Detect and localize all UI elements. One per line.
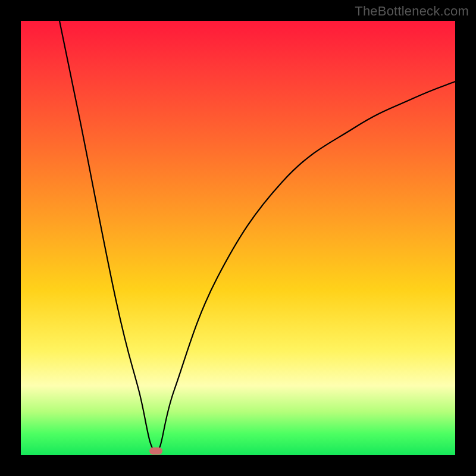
watermark-text: TheBottleneck.com: [355, 4, 469, 19]
bottleneck-curve: [21, 21, 455, 455]
optimal-point-marker: [149, 447, 162, 455]
chart-frame: TheBottleneck.com: [0, 0, 476, 476]
plot-area: [21, 21, 455, 455]
curve-path: [60, 21, 455, 451]
